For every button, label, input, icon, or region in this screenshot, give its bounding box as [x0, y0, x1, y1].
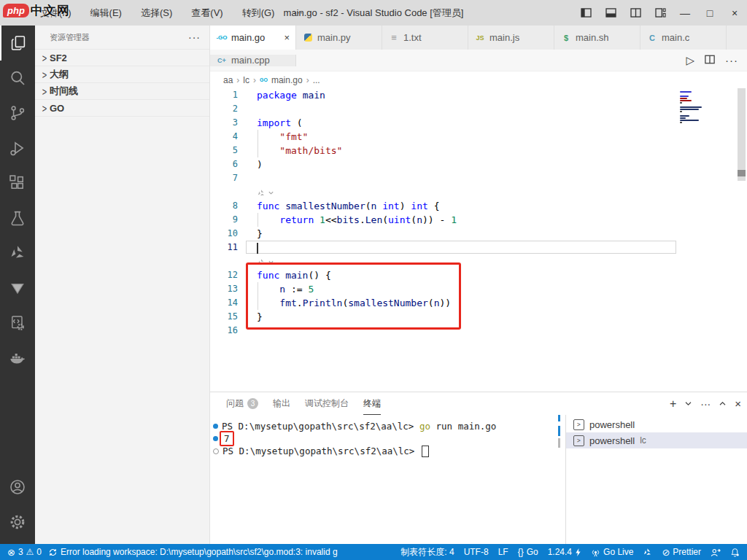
code-line[interactable]: 13 n := 5: [210, 282, 747, 296]
terminal-item-powershell-lc[interactable]: > powershell lc: [566, 432, 747, 448]
tab-main-js[interactable]: JS main.js: [468, 26, 554, 50]
source-control-icon[interactable]: [0, 96, 35, 131]
settings-gear-icon[interactable]: [0, 505, 35, 540]
problems-status[interactable]: ⊗ 3 ⚠ 0: [7, 547, 42, 558]
menu-view[interactable]: 查看(V): [182, 7, 232, 20]
explorer-title: 资源管理器: [50, 32, 90, 43]
code-line[interactable]: 8func smallestNumber(n int) int {: [210, 199, 747, 213]
breadcrumb-item[interactable]: ...: [313, 75, 320, 85]
breadcrumb-item[interactable]: lc: [243, 75, 249, 85]
breadcrumb-item[interactable]: main.go: [271, 75, 303, 85]
tab-output[interactable]: 输出: [273, 392, 290, 415]
encoding-status[interactable]: UTF-8: [464, 547, 489, 557]
maximize-button[interactable]: □: [697, 0, 722, 26]
docker-icon[interactable]: [0, 341, 35, 376]
tab-label: main.js: [489, 32, 519, 43]
split-editor-icon[interactable]: [705, 54, 715, 67]
terminal-output[interactable]: PS D:\mysetup\gopath\src\sf2\aa\lc> go r…: [210, 415, 566, 544]
code-line[interactable]: 9 return 1<<bits.Len(uint(n)) - 1: [210, 213, 747, 227]
code-line[interactable]: 2: [210, 102, 747, 116]
section-timeline[interactable]: > 时间线: [35, 82, 209, 99]
more-actions-icon[interactable]: ···: [700, 398, 711, 410]
split-editor-icon[interactable]: [623, 0, 648, 26]
tab-main-c[interactable]: C main.c: [640, 26, 727, 50]
terminal-line[interactable]: PS D:\mysetup\gopath\src\sf2\aa\lc> go r…: [210, 420, 566, 432]
code-line[interactable]: 15}: [210, 310, 747, 324]
extensions-icon[interactable]: [0, 166, 35, 201]
prettier-status[interactable]: ⊘ Prettier: [662, 547, 701, 558]
code-line[interactable]: 14 fmt.Println(smallestNumber(n)): [210, 296, 747, 310]
terminal-line[interactable]: PS D:\mysetup\gopath\src\sf2\aa\lc>: [210, 445, 566, 457]
code-line[interactable]: 6): [210, 158, 747, 171]
tab-main-cpp[interactable]: C+ main.cpp: [210, 55, 296, 66]
code-line[interactable]: 7: [210, 171, 747, 185]
c-file-icon: C: [646, 32, 658, 44]
section-sf2[interactable]: > SF2: [35, 49, 209, 66]
section-outline[interactable]: > 大纲: [35, 66, 209, 82]
minimize-button[interactable]: —: [673, 0, 697, 26]
codelens-row[interactable]: [210, 254, 747, 268]
code-editor[interactable]: 1package main23import (4 "fmt"5 "math/bi…: [210, 88, 747, 392]
code-line[interactable]: 1package main: [210, 88, 747, 102]
live-server-triangle-icon[interactable]: [0, 271, 35, 306]
breadcrumb-item[interactable]: aa: [223, 75, 233, 85]
titlebar: php 中文网 文件(F) 编辑(E) 选择(S) 查看(V) 转到(G) ··…: [0, 0, 747, 26]
tab-1-txt[interactable]: ≡ 1.txt: [382, 26, 468, 50]
search-icon[interactable]: [0, 61, 35, 96]
workspace-error-status[interactable]: Error loading workspace: D:\mysetup\gopa…: [48, 547, 338, 557]
tab-size-status[interactable]: 制表符长度: 4: [400, 546, 454, 559]
section-go[interactable]: > GO: [35, 99, 209, 117]
code-line[interactable]: 10}: [210, 227, 747, 241]
run-file-icon[interactable]: ▷: [686, 54, 694, 67]
more-actions-icon[interactable]: ···: [725, 54, 738, 66]
menu-goto[interactable]: 转到(G): [233, 7, 285, 20]
close-panel-icon[interactable]: ×: [735, 397, 741, 410]
language-mode-status[interactable]: {} Go: [518, 547, 538, 557]
testing-beaker-icon[interactable]: [0, 201, 35, 236]
ai-extension-pinwheel-icon[interactable]: [0, 236, 35, 271]
toggle-panel-icon[interactable]: [598, 0, 623, 26]
code-line[interactable]: 12func main() {: [210, 268, 747, 282]
text-cursor: [257, 243, 258, 254]
code-line[interactable]: 11: [210, 241, 747, 254]
explorer-icon[interactable]: [0, 26, 35, 61]
feedback-icon[interactable]: [711, 548, 721, 557]
breadcrumb: aa › lc › GO main.go › ...: [210, 71, 747, 88]
menu-more[interactable]: ···: [284, 7, 312, 20]
code-line[interactable]: 3import (: [210, 116, 747, 130]
notifications-bell-icon[interactable]: [730, 548, 740, 557]
ai-extension-status-icon[interactable]: [643, 548, 652, 557]
terminal-item-powershell[interactable]: > powershell: [566, 416, 747, 432]
close-tab-icon[interactable]: ×: [284, 32, 290, 43]
go-live-status[interactable]: Go Live: [591, 547, 633, 557]
code-runner-icon[interactable]: [0, 306, 35, 341]
run-and-debug-icon[interactable]: [0, 131, 35, 166]
account-icon[interactable]: [0, 470, 35, 505]
eol-status[interactable]: LF: [498, 547, 508, 557]
tab-terminal[interactable]: 终端: [363, 392, 381, 415]
code-line[interactable]: 4 "fmt": [210, 130, 747, 144]
maximize-panel-icon[interactable]: [719, 401, 726, 406]
go-version-status[interactable]: 1.24.4: [548, 547, 581, 557]
terminal-lines: PS D:\mysetup\gopath\src\sf2\aa\lc> go r…: [210, 420, 566, 457]
chevron-down-icon[interactable]: [685, 401, 692, 406]
codelens-row[interactable]: [210, 185, 747, 199]
menu-edit[interactable]: 编辑(E): [81, 7, 131, 20]
tab-main-sh[interactable]: $ main.sh: [554, 26, 640, 50]
tab-main-go[interactable]: -GO main.go ×: [210, 26, 296, 50]
editor-scrollbar[interactable]: [738, 88, 746, 181]
tab-problems[interactable]: 问题 3: [226, 392, 258, 415]
menu-selection[interactable]: 选择(S): [131, 7, 182, 20]
terminal-line[interactable]: 7: [210, 432, 566, 445]
explorer-more-actions-icon[interactable]: ···: [188, 31, 201, 43]
toggle-sidebar-icon[interactable]: [573, 0, 598, 26]
tab-main-py[interactable]: main.py: [296, 26, 382, 50]
new-terminal-icon[interactable]: +: [670, 397, 676, 411]
code-line[interactable]: 16: [210, 324, 747, 338]
close-window-button[interactable]: ×: [722, 0, 747, 26]
code-line[interactable]: 5 "math/bits": [210, 144, 747, 158]
tab-debug-console[interactable]: 调试控制台: [305, 392, 349, 415]
minimap[interactable]: [680, 91, 722, 126]
customize-layout-icon[interactable]: [648, 0, 673, 26]
section-label: 大纲: [50, 68, 69, 81]
